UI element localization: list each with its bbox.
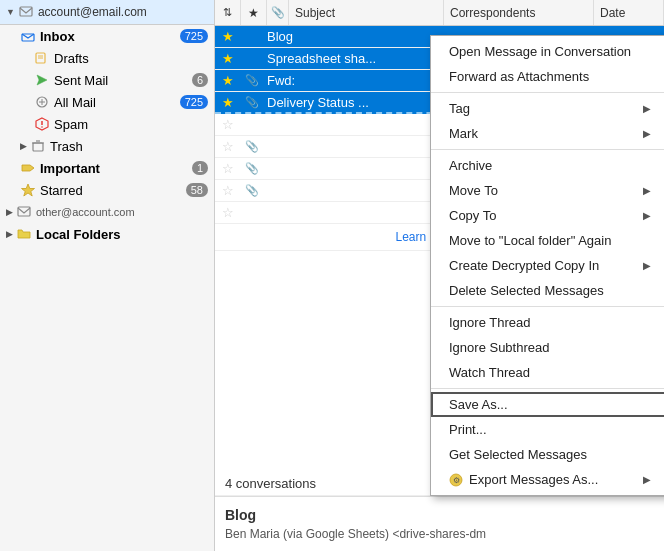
menu-item-export-messages[interactable]: ⚙ Export Messages As... ▶ (431, 467, 664, 492)
sidebar-item-inbox[interactable]: Inbox 725 (0, 25, 214, 47)
menu-item-ignore-thread[interactable]: Ignore Thread (431, 310, 664, 335)
sent-label: Sent Mail (54, 73, 188, 88)
attach-icon: 📎 (241, 184, 263, 197)
menu-item-move-local[interactable]: Move to "Local folder" Again (431, 228, 664, 253)
table-header: ⇅ ★ 📎 Subject Correspondents Date (215, 0, 664, 26)
th-thread[interactable]: ⇅ (215, 0, 241, 25)
account2-chevron-icon: ▶ (6, 207, 13, 217)
sidebar-account2[interactable]: ▶ other@account.com (0, 201, 214, 223)
star-icon[interactable]: ★ (215, 95, 241, 110)
th-star[interactable]: ★ (241, 0, 267, 25)
menu-copy-to-label: Copy To (449, 208, 496, 223)
menu-item-delete-selected[interactable]: Delete Selected Messages (431, 278, 664, 303)
starred-label: Starred (40, 183, 182, 198)
menu-item-create-decrypted[interactable]: Create Decrypted Copy In ▶ (431, 253, 664, 278)
th-attach[interactable]: 📎 (267, 0, 289, 25)
star-icon[interactable]: ☆ (215, 183, 241, 198)
attach-icon: 📎 (241, 96, 263, 109)
menu-item-mark[interactable]: Mark ▶ (431, 121, 664, 146)
menu-item-print[interactable]: Print... (431, 417, 664, 442)
sent-badge: 6 (192, 73, 208, 87)
sidebar-item-trash[interactable]: ▶ Trash (0, 135, 214, 157)
th-date[interactable]: Date (594, 0, 664, 25)
context-menu: Open Message in Conversation Forward as … (430, 35, 664, 496)
attach-icon: 📎 (241, 74, 263, 87)
starred-badge: 58 (186, 183, 208, 197)
account1-label: account@email.com (38, 5, 208, 19)
sidebar: ▼ account@email.com Inbox 725 Drafts Sen… (0, 0, 215, 551)
menu-item-watch-thread[interactable]: Watch Thread (431, 360, 664, 385)
trash-icon (30, 138, 46, 154)
menu-item-open-conv[interactable]: Open Message in Conversation (431, 39, 664, 64)
star-icon[interactable]: ★ (215, 51, 241, 66)
svg-rect-0 (20, 7, 32, 16)
th-correspondents[interactable]: Correspondents (444, 0, 594, 25)
menu-item-copy-to[interactable]: Copy To ▶ (431, 203, 664, 228)
trash-chevron-icon: ▶ (20, 141, 27, 151)
menu-move-local-label: Move to "Local folder" Again (449, 233, 611, 248)
create-decrypted-arrow-icon: ▶ (643, 260, 651, 271)
sidebar-item-spam[interactable]: Spam (0, 113, 214, 135)
menu-watch-thread-label: Watch Thread (449, 365, 530, 380)
sidebar-item-drafts[interactable]: Drafts (0, 47, 214, 69)
sidebar-item-sent[interactable]: Sent Mail 6 (0, 69, 214, 91)
attach-icon: 📎 (241, 140, 263, 153)
menu-item-forward-attach[interactable]: Forward as Attachments (431, 64, 664, 89)
menu-separator-2 (431, 149, 664, 150)
trash-label: Trash (50, 139, 208, 154)
allmail-badge: 725 (180, 95, 208, 109)
star-icon[interactable]: ★ (215, 73, 241, 88)
inbox-icon (20, 28, 36, 44)
date-header-label: Date (600, 6, 625, 20)
menu-delete-label: Delete Selected Messages (449, 283, 604, 298)
menu-get-selected-label: Get Selected Messages (449, 447, 587, 462)
star-icon[interactable]: ☆ (215, 161, 241, 176)
allmail-label: All Mail (54, 95, 176, 110)
star-icon[interactable]: ★ (215, 29, 241, 44)
account2-label: other@account.com (36, 206, 208, 218)
tag-arrow-icon: ▶ (643, 103, 651, 114)
star-icon[interactable]: ☆ (215, 205, 241, 220)
important-label: Important (40, 161, 188, 176)
menu-item-ignore-subthread[interactable]: Ignore Subthread (431, 335, 664, 360)
menu-item-tag[interactable]: Tag ▶ (431, 96, 664, 121)
menu-item-move-to[interactable]: Move To ▶ (431, 178, 664, 203)
important-badge: 1 (192, 161, 208, 175)
svg-text:⚙: ⚙ (453, 476, 460, 485)
menu-move-to-label: Move To (449, 183, 498, 198)
star-header-icon: ★ (248, 6, 259, 20)
export-messages-arrow-icon: ▶ (643, 474, 651, 485)
svg-rect-17 (18, 207, 30, 216)
important-icon (20, 160, 36, 176)
export-messages-left: ⚙ Export Messages As... (449, 472, 598, 487)
sidebar-account1[interactable]: ▼ account@email.com (0, 0, 214, 25)
menu-tag-label: Tag (449, 101, 470, 116)
star-icon[interactable]: ☆ (215, 139, 241, 154)
menu-item-save-as[interactable]: Save As... (431, 392, 664, 417)
main-area: ⇅ ★ 📎 Subject Correspondents Date ★ Blog… (215, 0, 664, 551)
inbox-badge: 725 (180, 29, 208, 43)
move-to-arrow-icon: ▶ (643, 185, 651, 196)
mark-arrow-icon: ▶ (643, 128, 651, 139)
th-subject[interactable]: Subject (289, 0, 444, 25)
allmail-icon (34, 94, 50, 110)
export-icon: ⚙ (449, 473, 463, 487)
account1-chevron-icon: ▼ (6, 7, 15, 17)
sidebar-item-starred[interactable]: Starred 58 (0, 179, 214, 201)
svg-point-11 (41, 126, 43, 128)
sidebar-item-localfolders[interactable]: ▶ Local Folders (0, 223, 214, 245)
localfolders-label: Local Folders (36, 227, 208, 242)
preview-subject: Blog (225, 507, 654, 523)
menu-item-get-selected[interactable]: Get Selected Messages (431, 442, 664, 467)
sidebar-item-important[interactable]: Important 1 (0, 157, 214, 179)
sidebar-item-allmail[interactable]: All Mail 725 (0, 91, 214, 113)
menu-separator-4 (431, 388, 664, 389)
attach-header-icon: 📎 (271, 6, 285, 19)
star-icon[interactable]: ☆ (215, 117, 241, 132)
menu-separator-1 (431, 92, 664, 93)
menu-mark-label: Mark (449, 126, 478, 141)
drafts-label: Drafts (54, 51, 208, 66)
preview-from: Ben Maria (via Google Sheets) <drive-sha… (225, 527, 654, 541)
menu-separator-3 (431, 306, 664, 307)
menu-item-archive[interactable]: Archive (431, 153, 664, 178)
